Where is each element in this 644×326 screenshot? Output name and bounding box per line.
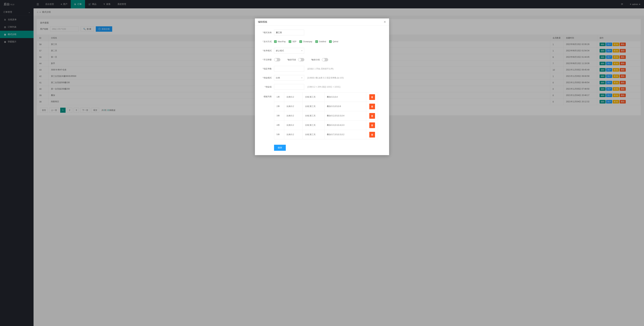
trash-icon: 🗑 [371,96,373,98]
template-row: 4单比例:0.2分组:第三天叠加:0.3,0.3,0.4,0.3🗑 [274,120,378,130]
template-row-delete-button[interactable]: 🗑 [369,132,375,138]
pay-option[interactable]: ✓Oceanpay [299,40,312,43]
switch-popup[interactable] [274,58,280,62]
hint-commission-mode: (比例填小数,如果:0.2 固定填整数,如:103) [307,76,344,79]
input-commission-value[interactable] [274,84,304,90]
pay-option[interactable]: ✓GoldInd [315,40,326,43]
template-row-delete-button[interactable]: 🗑 [369,104,375,109]
label-mode: 抢单模式 [259,49,274,52]
template-row-delete-button[interactable]: 🗑 [369,113,375,119]
checkbox-checked-icon: ✓ [299,40,302,43]
trash-icon: 🗑 [371,133,373,136]
save-button[interactable]: 保存 [274,145,286,151]
pay-option[interactable]: ✓MarsPay [274,40,286,43]
template-row-delete-button[interactable]: 🗑 [369,94,375,100]
hint-commission-value: (示例:0.2 = 20% 固定:103元 = 103元) [307,86,340,88]
select-grab-mode[interactable]: 默认模式 ▾ [274,48,304,54]
input-order-no[interactable] [274,66,304,72]
label-mode-name: 模式名称 [259,31,274,34]
template-row: 3单比例:0.2分组:第三天叠加:0.2,0.5,0.3,0.4🗑 [274,111,378,120]
trash-icon: 🗑 [371,105,373,108]
label-pay: 支付方式 [259,40,274,43]
dialog-header: 编辑模板 ✕ [255,18,389,26]
chevron-down-icon: ▾ [301,77,302,79]
dialog-title: 编辑模板 [258,20,267,24]
switch-trigger-level[interactable] [298,58,304,62]
hint-order-no: (必须从 1 开始,否则派不出单) [307,68,334,70]
label-trigger-group: 触发分组 [311,58,320,61]
trash-icon: 🗑 [371,114,373,117]
checkbox-checked-icon: ✓ [274,40,277,43]
dialog-close-icon[interactable]: ✕ [384,20,386,24]
template-row: 1单比例:0.2分组:第三天叠加:0.3,0.4🗑 [274,92,378,102]
checkbox-checked-icon: ✓ [289,40,291,43]
switch-trigger-group[interactable] [322,58,328,62]
template-row: 2单比例:0.2分组:第三天叠加:0.3,0.5,0.6🗑 [274,102,378,111]
pay-option[interactable]: ✓SEP [289,40,296,43]
template-row-delete-button[interactable]: 🗑 [369,122,375,128]
label-commission-value: 佣金值 [259,86,274,88]
chevron-down-icon: ▾ [301,50,302,52]
pay-option[interactable]: ✓QeInd [329,40,338,43]
checkbox-checked-icon: ✓ [329,40,332,43]
template-list-table: 1单比例:0.2分组:第三天叠加:0.3,0.4🗑2单比例:0.2分组:第三天叠… [274,92,378,139]
trash-icon: 🗑 [371,124,373,126]
edit-template-dialog: 编辑模板 ✕ 模式名称 支付方式 ✓MarsPay✓SEP✓Oceanpay✓G… [255,18,389,155]
label-popup: 开启弹窗 [259,58,274,61]
label-order-no: 指定单数 [259,68,274,70]
template-row: 5单比例:0.2分组:第三天叠加:0.7,0.5,0.3,0.2🗑 [274,130,378,139]
label-commission-mode: 佣金模式 [259,76,274,79]
modal-mask[interactable]: 编辑模板 ✕ 模式名称 支付方式 ✓MarsPay✓SEP✓Oceanpay✓G… [0,0,644,326]
checkbox-checked-icon: ✓ [315,40,318,43]
input-mode-name[interactable] [274,30,304,36]
select-commission-mode[interactable]: 比例 ▾ [274,75,304,81]
label-trigger-level: 触发等级 [287,58,296,61]
label-tpl-list: 模板列表 [259,92,274,98]
